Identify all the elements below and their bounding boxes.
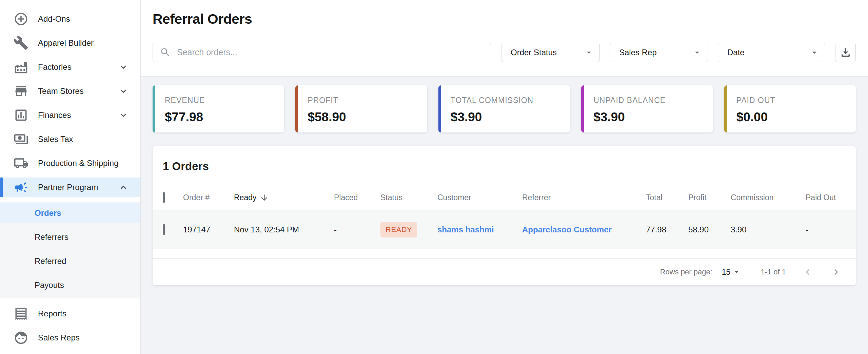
sidebar-item-finances[interactable]: Finances — [0, 105, 140, 125]
partner-program-submenu: Orders Referrers Referred Payouts — [0, 202, 140, 298]
sidebar-item-add-ons[interactable]: Add-Ons — [0, 9, 140, 29]
add-circle-icon — [14, 12, 28, 26]
app: Add-Ons Apparel Builder Factories Team S… — [0, 0, 868, 354]
column-header-referrer[interactable]: Referrer — [522, 193, 646, 202]
date-dropdown[interactable]: Date — [718, 43, 825, 62]
stat-card-profit: PROFIT $58.90 — [295, 85, 427, 132]
sidebar: Add-Ons Apparel Builder Factories Team S… — [0, 0, 141, 354]
column-header-customer[interactable]: Customer — [437, 193, 522, 202]
face-icon — [14, 330, 28, 345]
dropdown-arrow-icon — [732, 268, 741, 276]
table-filler — [153, 249, 856, 259]
column-header-status[interactable]: Status — [380, 193, 437, 202]
chevron-right-icon — [830, 266, 842, 278]
page-content: REVENUE $77.98 PROFIT $58.90 TOTAL COMMI… — [141, 77, 868, 354]
next-page-button[interactable] — [829, 265, 843, 279]
arrow-down-icon — [260, 193, 269, 202]
bar-chart-icon — [14, 108, 28, 123]
previous-page-button[interactable] — [801, 265, 814, 279]
stat-value: $58.90 — [308, 110, 427, 124]
stat-value: $3.90 — [593, 110, 713, 124]
factory-icon — [14, 60, 28, 75]
sidebar-item-sales-tax[interactable]: Sales Tax — [0, 129, 140, 149]
payments-icon — [14, 132, 28, 147]
dropdown-label: Sales Rep — [619, 48, 657, 57]
megaphone-icon — [14, 180, 28, 195]
sidebar-item-reports[interactable]: Reports — [0, 304, 140, 324]
sidebar-item-label: Partner Program — [38, 183, 108, 192]
sidebar-item-label: Production & Shipping — [38, 159, 129, 168]
stat-value: $77.98 — [165, 110, 284, 124]
cell-paid-out: - — [806, 225, 846, 234]
sub-item-label: Orders — [35, 208, 61, 218]
column-header-commission[interactable]: Commission — [731, 193, 806, 202]
sidebar-item-partner-program[interactable]: Partner Program — [0, 178, 140, 197]
cell-profit: 58.90 — [688, 225, 731, 234]
stat-card-paid-out: PAID OUT $0.00 — [724, 85, 856, 132]
stat-cards: REVENUE $77.98 PROFIT $58.90 TOTAL COMMI… — [153, 85, 856, 132]
dropdown-arrow-icon — [584, 47, 594, 58]
cell-total: 77.98 — [646, 225, 688, 234]
select-all-checkbox[interactable] — [163, 192, 165, 203]
column-header-paid-out[interactable]: Paid Out — [806, 193, 846, 202]
receipt-icon — [14, 306, 28, 321]
stat-label: UNPAID BALANCE — [593, 96, 713, 105]
storefront-icon — [14, 84, 28, 99]
dropdown-arrow-icon — [809, 47, 820, 58]
sub-item-label: Payouts — [35, 280, 64, 290]
filter-bar: Order Status Sales Rep Date — [153, 43, 856, 62]
customer-link[interactable]: shams hashmi — [437, 225, 494, 234]
download-button[interactable] — [835, 43, 856, 62]
stat-card-total-commission: TOTAL COMMISSION $3.90 — [438, 85, 570, 132]
column-header-ready[interactable]: Ready — [234, 193, 334, 202]
sidebar-item-referred[interactable]: Referred — [0, 251, 140, 271]
cell-order-number: 197147 — [183, 225, 234, 234]
orders-table-card: 1 Orders Order # Ready Placed Status Cus… — [153, 146, 856, 285]
search-input[interactable] — [176, 47, 484, 58]
dropdown-label: Date — [727, 48, 745, 57]
stat-value: $3.90 — [451, 110, 570, 124]
cell-commission: 3.90 — [731, 225, 806, 234]
pagination-range: 1-1 of 1 — [761, 268, 786, 276]
dropdown-arrow-icon — [692, 47, 702, 58]
column-header-total[interactable]: Total — [646, 193, 688, 202]
chevron-down-icon — [118, 86, 129, 97]
pagination-bar: Rows per page: 15 1-1 of 1 — [153, 259, 856, 285]
dropdown-label: Order Status — [511, 48, 557, 57]
column-header-order[interactable]: Order # — [183, 193, 234, 202]
sidebar-item-label: Add-Ons — [38, 14, 129, 24]
sidebar-item-sales-reps[interactable]: Sales Reps — [0, 328, 140, 348]
main-content: Referral Orders Order Status Sales Rep D… — [141, 0, 868, 354]
column-header-placed[interactable]: Placed — [334, 193, 380, 202]
sidebar-item-production-shipping[interactable]: Production & Shipping — [0, 153, 140, 173]
stat-label: PROFIT — [308, 96, 427, 105]
sidebar-item-referrers[interactable]: Referrers — [0, 227, 140, 247]
sub-item-label: Referred — [35, 256, 66, 266]
table-header-row: Order # Ready Placed Status Customer Ref… — [153, 185, 856, 210]
stat-label: PAID OUT — [736, 96, 856, 105]
referrer-link[interactable]: Apparelasoo Customer — [522, 225, 612, 234]
sidebar-item-apparel-builder[interactable]: Apparel Builder — [0, 33, 140, 53]
sidebar-item-payouts[interactable]: Payouts — [0, 275, 140, 295]
sidebar-item-label: Finances — [38, 110, 108, 120]
column-header-profit[interactable]: Profit — [688, 193, 731, 202]
sidebar-item-orders[interactable]: Orders — [0, 203, 140, 223]
rows-per-page-label: Rows per page: — [660, 268, 712, 276]
sidebar-item-factories[interactable]: Factories — [0, 57, 140, 77]
page-title: Referral Orders — [153, 11, 856, 27]
sidebar-item-label: Sales Reps — [38, 333, 129, 342]
stat-card-revenue: REVENUE $77.98 — [153, 85, 284, 132]
order-status-dropdown[interactable]: Order Status — [501, 43, 600, 62]
orders-count-title: 1 Orders — [153, 146, 856, 173]
search-box — [153, 43, 491, 62]
chevron-left-icon — [802, 266, 813, 278]
download-icon — [839, 46, 852, 59]
rows-per-page-select[interactable]: 15 — [722, 268, 741, 277]
sidebar-item-team-stores[interactable]: Team Stores — [0, 81, 140, 101]
sales-rep-dropdown[interactable]: Sales Rep — [610, 43, 708, 62]
sub-item-label: Referrers — [35, 232, 68, 242]
row-checkbox[interactable] — [163, 224, 165, 235]
stat-label: REVENUE — [165, 96, 284, 105]
chevron-down-icon — [118, 62, 129, 72]
table-row[interactable]: 197147 Nov 13, 02:54 PM - READY shams ha… — [153, 210, 856, 249]
